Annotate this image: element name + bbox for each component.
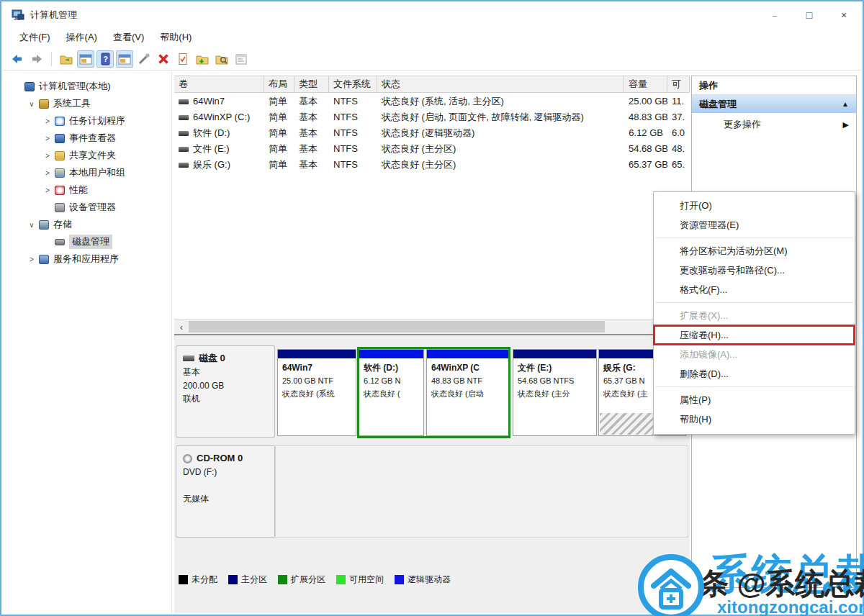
volume-row[interactable]: 娱乐 (G:) 简单 基本 NTFS 状态良好 (主分区) 65.37 GB 6… [174,157,690,172]
primary-partition-strip [513,350,596,358]
volume-capacity: 25.00 GB [624,96,667,107]
help-book-icon[interactable]: ? [96,50,114,68]
col-filesystem[interactable]: 文件系统 [329,76,377,92]
tree-label: 本地用户和组 [69,166,125,179]
menu-item-shrink-volume[interactable]: 压缩卷(H)... [654,325,855,345]
chevron-right-icon[interactable]: > [26,255,37,263]
cdrom-name: CD-ROM 0 [197,451,243,466]
console-window-2-icon[interactable] [116,50,133,68]
chevron-right-icon[interactable]: > [42,117,53,125]
volume-free: 48. [667,143,690,154]
tree-item-computer-management[interactable]: 计算机管理(本地) [3,78,171,95]
properties-window-icon[interactable] [233,50,250,68]
scroll-left-icon[interactable]: ‹ [176,320,187,333]
disk0-name: 磁盘 0 [199,351,225,366]
menu-item-mark-active[interactable]: 将分区标记为活动分区(M) [654,241,855,261]
volume-row[interactable]: 64WinXP (C:) 简单 基本 NTFS 状态良好 (启动, 页面文件, … [174,109,690,124]
tree-item-device-manager[interactable]: 设备管理器 [3,199,171,216]
logical-drive-strip [427,350,508,358]
legend-label: 逻辑驱动器 [408,574,451,586]
partition-e[interactable]: 文件 (E:) 54.68 GB NTFS 状态良好 (主分 [513,349,597,436]
back-arrow-icon[interactable] [9,50,26,68]
menu-item-properties[interactable]: 属性(P) [654,390,855,409]
legend-swatch [395,575,404,584]
partition-d[interactable]: 软件 (D:) 6.12 GB N 状态良好 ( [359,349,424,436]
actions-section-disk-management[interactable]: 磁盘管理 ▲ [692,95,856,113]
tree-item-shared-folders[interactable]: > 共享文件夹 [3,147,171,164]
horizontal-scrollbar[interactable]: ‹ [174,319,690,334]
more-actions-item[interactable]: 更多操作 ▶ [692,113,856,136]
folder-export-icon[interactable] [58,50,75,68]
actions-panel-title: 操作 [692,76,856,95]
volume-fs: NTFS [329,112,377,122]
volume-type: 基本 [294,142,329,155]
cd-rom-icon [183,454,192,463]
partition-name: 软件 (D:) [364,361,419,375]
col-volume[interactable]: 卷 [174,76,264,92]
folder-search-icon[interactable] [213,50,230,68]
menu-item-explorer[interactable]: 资源管理器(E) [654,215,855,235]
maximize-button[interactable]: □ [792,3,827,27]
folder-go-icon[interactable] [194,50,211,68]
col-layout[interactable]: 布局 [264,76,294,92]
tree-item-task-scheduler[interactable]: > 任务计划程序 [3,112,171,130]
delete-x-icon[interactable] [155,50,172,68]
tree-item-storage[interactable]: ∨ 存储 [3,216,171,233]
tree-item-performance[interactable]: > 性能 [3,181,171,199]
legend-label: 未分配 [192,574,217,586]
scrollbar-thumb[interactable] [189,321,605,332]
menu-item-add-mirror: 添加镜像(A)... [654,345,855,364]
menu-item-change-letter[interactable]: 更改驱动器号和路径(C)... [654,261,855,280]
menu-item-format[interactable]: 格式化(F)... [654,280,855,299]
tree-label: 服务和应用程序 [53,253,119,266]
col-type[interactable]: 类型 [294,76,329,92]
collapse-arrow-icon[interactable]: ▲ [842,100,849,108]
col-capacity[interactable]: 容量 [624,76,667,92]
menu-file[interactable]: 文件(F) [12,28,58,47]
menu-item-open[interactable]: 打开(O) [654,196,855,215]
col-status[interactable]: 状态 [377,76,624,92]
tree-item-services-apps[interactable]: > 服务和应用程序 [3,250,171,268]
logical-drive-strip [359,350,423,358]
disk0-label-tile[interactable]: 磁盘 0 基本 200.00 GB 联机 [176,345,275,438]
tree-item-local-users[interactable]: > 本地用户和组 [3,164,171,181]
document-check-icon[interactable] [174,50,192,68]
cdrom-label-tile[interactable]: CD-ROM 0 DVD (F:) 无媒体 [176,445,275,538]
volume-row[interactable]: 64Win7 简单 基本 NTFS 状态良好 (系统, 活动, 主分区) 25.… [174,94,690,109]
tree-item-event-viewer[interactable]: > 事件查看器 [3,130,171,147]
volume-capacity: 6.12 GB [624,127,667,138]
close-button[interactable]: × [827,3,861,27]
partition-name: 64Win7 [282,361,351,375]
chevron-right-icon[interactable]: > [42,186,53,194]
volume-row[interactable]: 文件 (E:) 简单 基本 NTFS 状态良好 (主分区) 54.68 GB 4… [174,141,690,156]
disk-icon [183,355,194,361]
tools-icon[interactable] [135,50,153,68]
forward-arrow-icon[interactable] [28,50,45,68]
chevron-down-icon[interactable]: ∨ [26,221,37,229]
minimize-button[interactable]: – [757,3,792,27]
menu-view[interactable]: 查看(V) [105,28,152,47]
menu-item-delete-volume[interactable]: 删除卷(D)... [654,364,855,384]
chevron-right-icon[interactable]: > [42,169,53,177]
volume-row[interactable]: 软件 (D:) 简单 基本 NTFS 状态良好 (逻辑驱动器) 6.12 GB … [174,125,690,140]
chevron-right-icon[interactable]: > [42,152,53,160]
volume-layout: 简单 [264,127,294,140]
watermark-site-text: xitongzongcai.com [717,597,864,616]
console-window-icon[interactable] [77,50,94,68]
menu-help[interactable]: 帮助(H) [152,28,199,47]
chevron-down-icon[interactable]: ∨ [26,100,37,108]
partition-size: 54.68 GB NTFS [518,375,592,388]
menu-item-help[interactable]: 帮助(H) [654,409,855,429]
tree-item-disk-management[interactable]: 磁盘管理 [3,233,171,250]
partition-c[interactable]: 64WinXP (C 48.83 GB NTF 状态良好 (启动 [426,349,508,436]
col-free[interactable]: 可 [667,76,690,92]
disk-graphical-view: 磁盘 0 基本 200.00 GB 联机 64Win7 25.00 GB NTF… [174,335,690,613]
volume-capacity: 54.68 GB [624,143,667,154]
volume-status: 状态良好 (逻辑驱动器) [377,127,624,140]
menu-action[interactable]: 操作(A) [58,28,105,47]
partition-64win7[interactable]: 64Win7 25.00 GB NTF 状态良好 (系统 [277,349,356,436]
volume-icon [179,99,189,104]
chevron-right-icon[interactable]: > [42,135,53,142]
tree-item-system-tools[interactable]: ∨ 系统工具 [3,95,171,112]
local-users-icon [55,168,65,178]
